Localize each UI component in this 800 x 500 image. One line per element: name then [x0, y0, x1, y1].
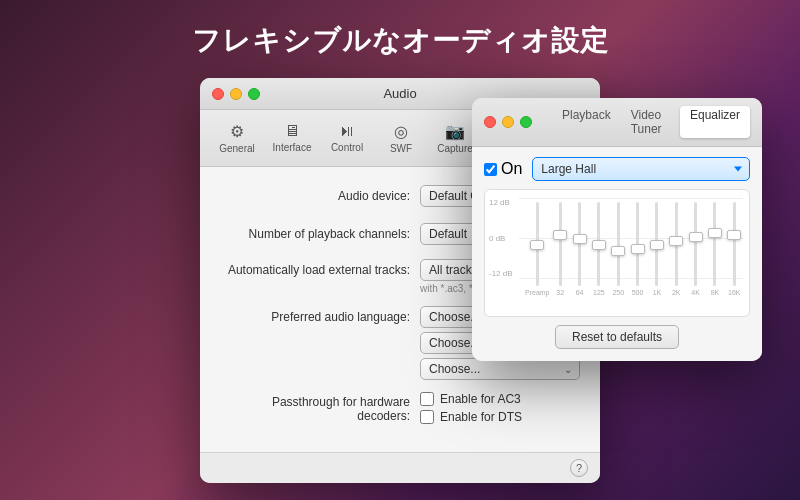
eq-preset-dropdown[interactable]: Large Hall: [532, 157, 750, 181]
eq-on-checkbox[interactable]: [484, 163, 497, 176]
eq-band-4k-track: [694, 202, 697, 286]
eq-band-64: 64: [571, 202, 588, 296]
monitor-icon: 🖥: [284, 122, 300, 140]
equalizer-window: Playback Video Tuner Equalizer On Large …: [472, 98, 762, 361]
passthrough-controls: Enable for AC3 Enable for DTS: [420, 392, 580, 424]
eq-band-8k-thumb[interactable]: [708, 228, 722, 238]
eq-band-1k-label: 1K: [653, 289, 662, 296]
eq-band-8k: 8K: [706, 202, 723, 296]
eq-band-500: 500: [629, 202, 646, 296]
toolbar-swf-label: SWF: [390, 143, 412, 154]
eq-band-16k-thumb[interactable]: [727, 230, 741, 240]
eq-band-4k: 4K: [687, 202, 704, 296]
eq-band-500-thumb[interactable]: [631, 244, 645, 254]
external-tracks-label: Automatically load external tracks:: [220, 259, 420, 277]
passthrough-dts-label: Enable for DTS: [440, 410, 522, 424]
toolbar-general[interactable]: ⚙ General: [212, 118, 262, 158]
db-label-0: 0 dB: [489, 234, 513, 243]
eq-maximize-button[interactable]: [520, 116, 532, 128]
eq-band-2k-track: [675, 202, 678, 286]
toolbar-swf[interactable]: ◎ SWF: [376, 118, 426, 158]
eq-band-16k: 16K: [726, 202, 743, 296]
eq-content: On Large Hall 12 dB 0 dB -12 dB: [472, 147, 762, 361]
eq-close-button[interactable]: [484, 116, 496, 128]
eq-band-2k-thumb[interactable]: [669, 236, 683, 246]
eq-band-8k-label: 8K: [711, 289, 720, 296]
toolbar-control[interactable]: ⏯ Control: [322, 118, 372, 158]
audio-lang-3-dropdown[interactable]: Choose...: [420, 358, 580, 380]
eq-band-32: 32: [552, 202, 569, 296]
eq-band-4k-label: 4K: [691, 289, 700, 296]
eq-band-32-track: [559, 202, 562, 286]
eq-reset-button[interactable]: Reset to defaults: [555, 325, 679, 349]
eq-reset-row: Reset to defaults: [484, 325, 750, 349]
eq-band-500-track: [636, 202, 639, 286]
passthrough-ac3-row: Enable for AC3: [420, 392, 580, 406]
eq-preset-wrapper: Large Hall: [532, 157, 750, 181]
eq-band-16k-label: 16K: [728, 289, 740, 296]
db-label-neg12: -12 dB: [489, 269, 513, 278]
eq-band-1k-track: [655, 202, 658, 286]
eq-band-250-thumb[interactable]: [611, 246, 625, 256]
eq-band-16k-track: [733, 202, 736, 286]
passthrough-ac3-checkbox[interactable]: [420, 392, 434, 406]
eq-band-2k-label: 2K: [672, 289, 681, 296]
eq-on-row: On: [484, 160, 522, 178]
passthrough-dts-row: Enable for DTS: [420, 410, 580, 424]
eq-band-8k-track: [713, 202, 716, 286]
eq-top-row: On Large Hall: [484, 157, 750, 181]
help-button[interactable]: ?: [570, 459, 588, 477]
toolbar-interface-label: Interface: [273, 142, 312, 153]
swf-icon: ◎: [394, 122, 408, 141]
eq-band-250-label: 250: [612, 289, 624, 296]
passthrough-ac3-label: Enable for AC3: [440, 392, 521, 406]
toolbar-interface[interactable]: 🖥 Interface: [266, 118, 318, 158]
tab-playback[interactable]: Playback: [552, 106, 621, 138]
capture-icon: 📷: [445, 122, 465, 141]
page-title: フレキシブルなオーディオ設定: [0, 0, 800, 78]
eq-band-preamp: Preamp: [525, 202, 550, 296]
eq-minimize-button[interactable]: [502, 116, 514, 128]
eq-traffic-lights: [484, 116, 532, 128]
eq-titlebar: Playback Video Tuner Equalizer: [472, 98, 762, 147]
tab-equalizer[interactable]: Equalizer: [680, 106, 750, 138]
eq-band-1k: 1K: [648, 202, 665, 296]
eq-bands-area: 12 dB 0 dB -12 dB Preamp: [484, 189, 750, 317]
eq-on-label: On: [501, 160, 522, 178]
passthrough-dts-checkbox[interactable]: [420, 410, 434, 424]
toolbar-control-label: Control: [331, 142, 363, 153]
eq-band-32-thumb[interactable]: [553, 230, 567, 240]
eq-tabs: Playback Video Tuner Equalizer: [552, 106, 750, 138]
audio-device-label: Audio device:: [220, 189, 420, 203]
eq-band-32-label: 32: [556, 289, 564, 296]
passthrough-row: Passthrough for hardware decoders: Enabl…: [220, 392, 580, 424]
eq-band-64-track: [578, 202, 581, 286]
close-button[interactable]: [212, 88, 224, 100]
eq-band-64-thumb[interactable]: [573, 234, 587, 244]
eq-band-125: 125: [590, 202, 607, 296]
eq-band-125-label: 125: [593, 289, 605, 296]
tab-video-tuner[interactable]: Video Tuner: [621, 106, 680, 138]
eq-db-labels: 12 dB 0 dB -12 dB: [489, 198, 513, 278]
eq-band-125-thumb[interactable]: [592, 240, 606, 250]
toolbar-general-label: General: [219, 143, 255, 154]
audio-window-footer: ?: [200, 452, 600, 483]
control-icon: ⏯: [339, 122, 355, 140]
eq-band-preamp-track: [536, 202, 539, 286]
audio-window-title: Audio: [383, 86, 416, 101]
minimize-button[interactable]: [230, 88, 242, 100]
db-label-12: 12 dB: [489, 198, 513, 207]
traffic-lights: [212, 88, 260, 100]
eq-band-2k: 2K: [668, 202, 685, 296]
audio-language-label: Preferred audio language:: [220, 306, 420, 324]
gridline-top: [519, 198, 743, 199]
toolbar-capture-label: Capture: [437, 143, 473, 154]
eq-band-250-track: [617, 202, 620, 286]
eq-band-preamp-thumb[interactable]: [530, 240, 544, 250]
eq-band-250: 250: [610, 202, 627, 296]
eq-band-500-label: 500: [632, 289, 644, 296]
eq-band-1k-thumb[interactable]: [650, 240, 664, 250]
eq-band-4k-thumb[interactable]: [689, 232, 703, 242]
maximize-button[interactable]: [248, 88, 260, 100]
eq-band-64-label: 64: [576, 289, 584, 296]
